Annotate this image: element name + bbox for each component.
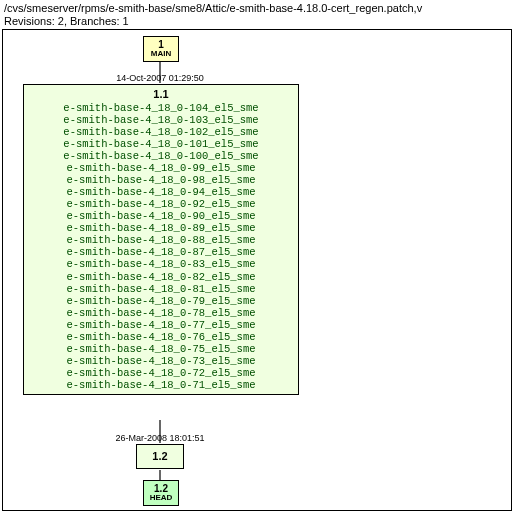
- revision-tag: e-smith-base-4_18_0-83_el5_sme: [30, 258, 292, 270]
- revision-tag: e-smith-base-4_18_0-79_el5_sme: [30, 295, 292, 307]
- revision-graph-canvas: 1 MAIN 14-Oct-2007 01:29:50 1.1 e-smith-…: [2, 29, 512, 511]
- revision-tag: e-smith-base-4_18_0-81_el5_sme: [30, 283, 292, 295]
- revision-version: 1.2: [142, 450, 178, 463]
- revision-tag: e-smith-base-4_18_0-99_el5_sme: [30, 162, 292, 174]
- revision-tag: e-smith-base-4_18_0-89_el5_sme: [30, 222, 292, 234]
- revision-tag: e-smith-base-4_18_0-71_el5_sme: [30, 379, 292, 391]
- revision-tag: e-smith-base-4_18_0-72_el5_sme: [30, 367, 292, 379]
- revision-tag: e-smith-base-4_18_0-103_el5_sme: [30, 114, 292, 126]
- revision-tag: e-smith-base-4_18_0-75_el5_sme: [30, 343, 292, 355]
- revision-tag: e-smith-base-4_18_0-88_el5_sme: [30, 234, 292, 246]
- revision-tag: e-smith-base-4_18_0-82_el5_sme: [30, 271, 292, 283]
- revision-node-1-2[interactable]: 1.2: [136, 444, 184, 469]
- revisions-meta: Revisions: 2, Branches: 1: [4, 15, 508, 27]
- revision-tag: e-smith-base-4_18_0-94_el5_sme: [30, 186, 292, 198]
- revision-date-1-2: 26-Mar-2008 18:01:51: [96, 433, 224, 443]
- revision-tag: e-smith-base-4_18_0-78_el5_sme: [30, 307, 292, 319]
- revision-tag: e-smith-base-4_18_0-76_el5_sme: [30, 331, 292, 343]
- revision-tag: e-smith-base-4_18_0-87_el5_sme: [30, 246, 292, 258]
- revision-version: 1.1: [30, 88, 292, 101]
- file-path: /cvs/smeserver/rpms/e-smith-base/sme8/At…: [4, 2, 508, 14]
- revision-tag: e-smith-base-4_18_0-104_el5_sme: [30, 102, 292, 114]
- revision-date-1-1: 14-Oct-2007 01:29:50: [96, 73, 224, 83]
- branch-node-label: HEAD: [150, 494, 173, 503]
- revision-tag: e-smith-base-4_18_0-102_el5_sme: [30, 126, 292, 138]
- branch-node-label: MAIN: [151, 50, 171, 59]
- revision-tag: e-smith-base-4_18_0-101_el5_sme: [30, 138, 292, 150]
- revision-tag: e-smith-base-4_18_0-98_el5_sme: [30, 174, 292, 186]
- revision-tag: e-smith-base-4_18_0-100_el5_sme: [30, 150, 292, 162]
- branch-node-main[interactable]: 1 MAIN: [143, 36, 179, 62]
- revision-tags-list: e-smith-base-4_18_0-104_el5_smee-smith-b…: [30, 102, 292, 392]
- revision-tag: e-smith-base-4_18_0-92_el5_sme: [30, 198, 292, 210]
- revision-node-1-1[interactable]: 1.1 e-smith-base-4_18_0-104_el5_smee-smi…: [23, 84, 299, 395]
- revision-tag: e-smith-base-4_18_0-73_el5_sme: [30, 355, 292, 367]
- revision-tag: e-smith-base-4_18_0-77_el5_sme: [30, 319, 292, 331]
- revision-tag: e-smith-base-4_18_0-90_el5_sme: [30, 210, 292, 222]
- branch-node-head[interactable]: 1.2 HEAD: [143, 480, 179, 506]
